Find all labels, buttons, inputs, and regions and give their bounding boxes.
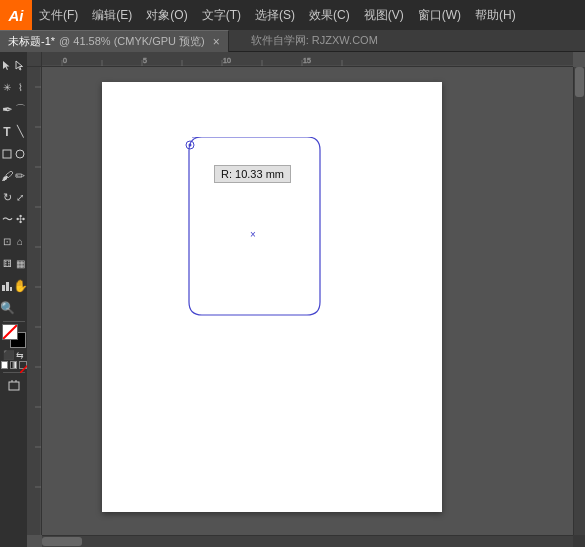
direct-selection-tool[interactable] xyxy=(14,55,27,76)
reshape-tool[interactable]: ⌂ xyxy=(14,231,27,252)
menu-item-object[interactable]: 对象(O) xyxy=(139,0,194,30)
svg-text:0: 0 xyxy=(63,57,67,64)
ellipse-tool[interactable] xyxy=(14,143,27,164)
reset-color[interactable]: ⬛ xyxy=(3,350,14,360)
artboard-tool[interactable] xyxy=(2,375,26,395)
rotate-tool[interactable]: ↻ xyxy=(1,187,14,208)
placeholder-tool xyxy=(14,297,27,318)
tab-watermark: 软件自学网: RJZXW.COM xyxy=(239,30,390,51)
menu-item-window[interactable]: 窗口(W) xyxy=(411,0,468,30)
rectangle-tool[interactable] xyxy=(1,143,14,164)
svg-text:15: 15 xyxy=(303,57,311,64)
ruler-horizontal: 0 5 10 15 xyxy=(42,52,573,67)
type-tool[interactable]: T xyxy=(1,121,14,142)
menu-item-file[interactable]: 文件(F) xyxy=(32,0,85,30)
symbol-tool[interactable]: ⚅ xyxy=(1,253,14,274)
menu-item-help[interactable]: 帮助(H) xyxy=(468,0,523,30)
tab-bar: 未标题-1* @ 41.58% (CMYK/GPU 预览) × 软件自学网: R… xyxy=(0,30,585,52)
swap-color[interactable]: ⇆ xyxy=(16,350,24,360)
svg-rect-4 xyxy=(2,285,5,291)
canvas-area: 0 5 10 15 xyxy=(27,52,585,547)
pencil-tool[interactable]: ✏ xyxy=(14,165,27,186)
scale-tool[interactable]: ⤢ xyxy=(14,187,27,208)
radius-tooltip: R: 10.33 mm xyxy=(214,165,291,183)
svg-point-38 xyxy=(189,144,192,147)
svg-text:5: 5 xyxy=(143,57,147,64)
color-swatch-area xyxy=(2,324,26,348)
center-crosshair: × xyxy=(250,229,256,240)
warp-tool[interactable]: 〜 xyxy=(1,209,14,230)
gradient-icon[interactable] xyxy=(10,361,17,369)
svg-marker-1 xyxy=(16,61,23,70)
svg-marker-0 xyxy=(3,61,10,70)
svg-rect-2 xyxy=(3,150,11,158)
free-transform-tool[interactable]: ⊡ xyxy=(1,231,14,252)
selection-tool[interactable] xyxy=(1,55,14,76)
svg-rect-9 xyxy=(9,382,19,390)
svg-line-7 xyxy=(3,325,17,339)
fill-icon[interactable] xyxy=(1,361,8,369)
shape-container: R: 10.33 mm × xyxy=(182,137,327,325)
svg-rect-5 xyxy=(6,282,9,291)
curvature-tool[interactable]: ⌒ xyxy=(14,99,27,120)
pen-tool[interactable]: ✒ xyxy=(1,99,14,120)
puppet-warp-tool[interactable]: ✣ xyxy=(14,209,27,230)
paintbrush-tool[interactable]: 🖌 xyxy=(1,165,14,186)
tab-active[interactable]: 未标题-1* @ 41.58% (CMYK/GPU 预览) × xyxy=(0,30,229,52)
magic-wand-tool[interactable]: ✳ xyxy=(1,77,14,98)
line-tool[interactable]: ╲ xyxy=(14,121,27,142)
menu-item-select[interactable]: 选择(S) xyxy=(248,0,302,30)
no-fill-icon[interactable] xyxy=(19,361,27,369)
scrollbar-corner xyxy=(573,535,585,547)
menu-item-view[interactable]: 视图(V) xyxy=(357,0,411,30)
graph-tool[interactable]: ▦ xyxy=(14,253,27,274)
menu-bar: 文件(F) 编辑(E) 对象(O) 文字(T) 选择(S) 效果(C) 视图(V… xyxy=(32,0,585,30)
scrollbar-vertical[interactable] xyxy=(573,67,585,535)
ruler-vertical xyxy=(27,67,42,535)
menu-item-text[interactable]: 文字(T) xyxy=(195,0,248,30)
left-toolbar: ✳ ⌇ ✒ ⌒ T ╲ xyxy=(0,52,27,547)
zoom-tool[interactable]: 🔍 xyxy=(1,297,14,318)
svg-point-3 xyxy=(16,150,24,158)
menu-item-effect[interactable]: 效果(C) xyxy=(302,0,357,30)
scrollbar-horizontal[interactable] xyxy=(42,535,573,547)
hand-tool[interactable]: ✋ xyxy=(14,275,27,296)
ruler-corner xyxy=(27,52,42,67)
ai-logo: Ai xyxy=(0,0,32,30)
svg-text:10: 10 xyxy=(223,57,231,64)
lasso-tool[interactable]: ⌇ xyxy=(14,77,27,98)
menu-item-edit[interactable]: 编辑(E) xyxy=(85,0,139,30)
fill-color[interactable] xyxy=(2,324,18,340)
tab-close-btn[interactable]: × xyxy=(213,35,220,49)
